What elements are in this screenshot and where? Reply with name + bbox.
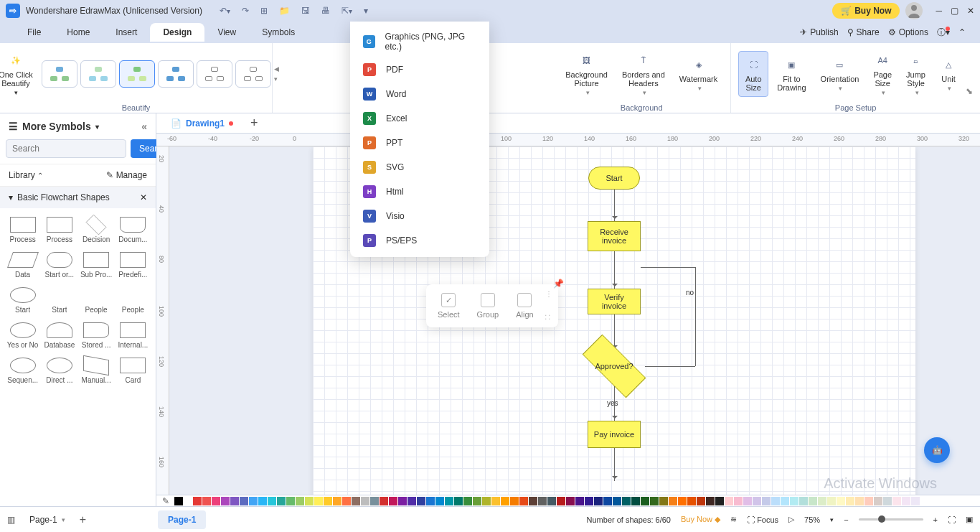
color-swatch[interactable] bbox=[230, 497, 239, 505]
color-swatch[interactable] bbox=[622, 497, 631, 505]
tab-drawing1[interactable]: 📄 Drawing1 bbox=[162, 116, 242, 131]
color-swatch[interactable] bbox=[547, 497, 556, 505]
print-icon[interactable]: 🖶 bbox=[319, 3, 333, 19]
color-swatch[interactable] bbox=[613, 497, 621, 505]
color-swatch[interactable] bbox=[240, 497, 248, 505]
color-swatch[interactable] bbox=[370, 497, 379, 505]
fit-width-icon[interactable]: ▣ bbox=[966, 515, 973, 524]
collapse-ribbon-icon[interactable]: ⌃ bbox=[958, 27, 966, 37]
watermark-button[interactable]: ◈Watermark bbox=[674, 52, 723, 96]
color-swatch[interactable] bbox=[463, 497, 472, 505]
shape-people[interactable]: People bbox=[80, 284, 113, 317]
export-item-ppt[interactable]: PPPT bbox=[350, 131, 489, 155]
color-swatch[interactable] bbox=[174, 497, 183, 505]
shape-yes-or-no[interactable]: Yes or No bbox=[6, 319, 39, 352]
color-swatch[interactable] bbox=[557, 497, 565, 505]
export-item-svg[interactable]: SSVG bbox=[350, 155, 489, 179]
color-swatch[interactable] bbox=[538, 497, 547, 505]
shape-people[interactable]: People bbox=[116, 284, 150, 317]
redo-icon[interactable]: ↷ bbox=[239, 3, 252, 19]
node-approved[interactable]: Approved? bbox=[583, 346, 645, 386]
open-icon[interactable]: 📁 bbox=[276, 3, 293, 19]
color-swatch[interactable] bbox=[781, 497, 789, 505]
theme-preset-2[interactable] bbox=[80, 60, 116, 88]
color-swatch[interactable] bbox=[594, 497, 603, 505]
color-swatch[interactable] bbox=[743, 497, 752, 505]
color-swatch[interactable] bbox=[342, 497, 351, 505]
color-swatch[interactable] bbox=[380, 497, 388, 505]
orientation-button[interactable]: ▭Orientation bbox=[815, 52, 865, 96]
color-swatch[interactable] bbox=[482, 497, 491, 505]
one-click-beautify-button[interactable]: ✨ One Click Beautify ▾ bbox=[0, 47, 39, 101]
theme-preset-3[interactable] bbox=[119, 60, 155, 88]
color-swatch[interactable] bbox=[837, 497, 845, 505]
color-swatch[interactable] bbox=[864, 497, 873, 505]
shape-decision[interactable]: Decision bbox=[80, 214, 113, 246]
export-item-excel[interactable]: XExcel bbox=[350, 106, 489, 131]
shape-internal-[interactable]: Internal... bbox=[116, 319, 150, 352]
color-swatch[interactable] bbox=[697, 497, 705, 505]
borders-headers-button[interactable]: ŤBorders and Headers bbox=[616, 47, 671, 101]
shape-start-or-[interactable]: Start or... bbox=[42, 249, 76, 281]
resize-handle-icon[interactable]: ⸬ bbox=[545, 313, 552, 322]
color-swatch[interactable] bbox=[473, 497, 481, 505]
color-swatch[interactable] bbox=[510, 497, 519, 505]
page-setup-dialog-icon[interactable]: ⬊ bbox=[966, 86, 973, 96]
page-tab[interactable]: Page-1 bbox=[158, 510, 206, 529]
color-swatch[interactable] bbox=[333, 497, 341, 505]
theme-preset-5[interactable] bbox=[197, 60, 232, 88]
color-swatch[interactable] bbox=[314, 497, 323, 505]
color-swatch[interactable] bbox=[501, 497, 509, 505]
page-selector[interactable]: Page-1 ▾ bbox=[29, 515, 65, 525]
color-swatch[interactable] bbox=[715, 497, 724, 505]
export-item-word[interactable]: WWord bbox=[350, 82, 489, 106]
node-start[interactable]: Start bbox=[588, 167, 640, 190]
color-swatch[interactable] bbox=[669, 497, 677, 505]
color-swatch[interactable] bbox=[883, 497, 892, 505]
more-dots-icon[interactable]: ⋮ bbox=[545, 290, 552, 298]
avatar[interactable] bbox=[905, 2, 923, 19]
color-swatch[interactable] bbox=[417, 497, 425, 505]
color-swatch[interactable] bbox=[389, 497, 397, 505]
color-swatch[interactable] bbox=[184, 497, 192, 505]
export-item-visio[interactable]: VVisio bbox=[350, 204, 489, 228]
layers-icon[interactable]: ≋ bbox=[730, 515, 737, 524]
present-icon[interactable]: ▷ bbox=[788, 515, 794, 524]
color-swatch[interactable] bbox=[641, 497, 649, 505]
theme-preset-4[interactable] bbox=[158, 60, 194, 88]
color-swatch[interactable] bbox=[575, 497, 584, 505]
collapse-sidebar-icon[interactable]: « bbox=[141, 121, 147, 132]
pin-icon[interactable]: 📌 bbox=[553, 279, 564, 289]
color-swatch[interactable] bbox=[202, 497, 211, 505]
align-tool-button[interactable]: Align bbox=[510, 290, 539, 322]
floating-toolbar[interactable]: 📌 ✓Select Group Align ⋮⸬ bbox=[426, 284, 558, 327]
export-item-ps-eps[interactable]: PPS/EPS bbox=[350, 228, 489, 253]
menu-insert[interactable]: Insert bbox=[103, 23, 150, 42]
unit-button[interactable]: △Unit bbox=[934, 52, 963, 96]
minimize-icon[interactable]: ─ bbox=[936, 6, 942, 16]
shape-data[interactable]: Data bbox=[6, 249, 39, 281]
color-swatch[interactable] bbox=[212, 497, 220, 505]
color-swatch[interactable] bbox=[445, 497, 453, 505]
shape-database[interactable]: Database bbox=[42, 319, 76, 352]
color-swatch[interactable] bbox=[725, 497, 733, 505]
color-swatch[interactable] bbox=[352, 497, 360, 505]
zoom-thumb[interactable] bbox=[878, 515, 885, 523]
eyedropper-icon[interactable]: ✎ bbox=[162, 496, 169, 506]
publish-button[interactable]: ✈ Publish bbox=[800, 27, 838, 37]
export-item-pdf[interactable]: PPDF bbox=[350, 57, 489, 82]
zoom-out-button[interactable]: − bbox=[844, 515, 848, 524]
buy-now-link[interactable]: Buy Now ◆ bbox=[681, 515, 720, 524]
color-swatch[interactable] bbox=[324, 497, 332, 505]
export-icon[interactable]: ⇱▾ bbox=[339, 3, 355, 19]
color-swatch[interactable] bbox=[827, 497, 836, 505]
color-swatch[interactable] bbox=[305, 497, 314, 505]
auto-size-button[interactable]: ⛶Auto Size bbox=[738, 51, 768, 97]
page-size-button[interactable]: A4Page Size bbox=[867, 47, 897, 101]
color-swatch[interactable] bbox=[762, 497, 771, 505]
color-swatch[interactable] bbox=[659, 497, 668, 505]
maximize-icon[interactable]: ▢ bbox=[951, 6, 958, 16]
color-swatch[interactable] bbox=[286, 497, 295, 505]
canvas[interactable]: Start Receive invoice Verify invoice App… bbox=[169, 146, 970, 496]
color-swatch[interactable] bbox=[911, 497, 920, 505]
